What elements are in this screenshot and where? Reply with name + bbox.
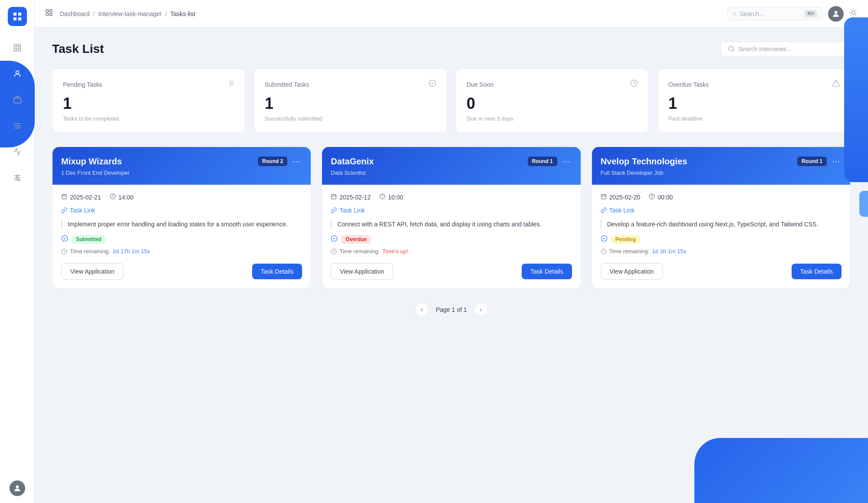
task-card-2-more-icon[interactable]: ⋯ (830, 156, 842, 167)
stat-card-submitted-header: Submitted Tasks (265, 79, 436, 89)
calendar-icon-1 (331, 193, 337, 201)
task-card-1-time-remaining-label: Time remaining: (339, 248, 380, 255)
task-card-0-status-row: Submitted (61, 235, 302, 244)
task-card-0-meta: 2025-02-21 14:00 (61, 193, 302, 201)
status-icon-1 (331, 235, 338, 244)
svg-rect-26 (50, 13, 52, 16)
sidebar-item-person[interactable] (10, 66, 25, 82)
stat-card-overdue-title: Overdue Tasks (668, 81, 709, 88)
task-card-0-top: Mixup Wizards Round 2 ⋯ (61, 156, 302, 167)
app-logo[interactable] (8, 7, 27, 26)
task-card-1-more-icon[interactable]: ⋯ (561, 156, 572, 167)
svg-rect-9 (13, 98, 21, 103)
breadcrumb-tasks-list: Tasks-list (171, 10, 196, 17)
page-search-input[interactable] (738, 46, 842, 52)
task-card-2: Nvelop Technologies Round 1 ⋯ Full Stack… (592, 147, 851, 289)
task-card-0-body: 2025-02-21 14:00 Task Link (53, 185, 311, 288)
breadcrumb-interview-task-manager[interactable]: Interview-task-manager (98, 10, 161, 17)
task-card-1-status-row: Overdue (331, 235, 572, 244)
page-header: Task List (52, 42, 851, 56)
svg-point-21 (18, 179, 19, 180)
stat-card-pending-value: 1 (63, 95, 234, 113)
status-badge-2: Pending (611, 235, 640, 244)
task-card-0-time-row: Time remaining: 2d 17h 1m 15s (61, 248, 302, 255)
svg-point-18 (16, 177, 17, 178)
stat-card-overdue-value: 1 (668, 95, 840, 113)
sidebar-item-dashboard[interactable] (10, 40, 25, 56)
stat-card-overdue-desc: Past deadline (668, 115, 840, 122)
topnav-search[interactable]: ⌘K (727, 7, 823, 20)
task-card-2-round: Round 1 (797, 157, 827, 166)
task-card-0-time: 14:00 (110, 193, 134, 201)
svg-line-37 (851, 15, 851, 15)
svg-line-28 (735, 14, 736, 15)
task-card-2-link-row: Task Link (601, 207, 842, 214)
topnav-right: ⌘K (727, 6, 858, 22)
next-page-button[interactable]: › (474, 303, 488, 317)
task-details-button-1[interactable]: Task Details (522, 264, 572, 279)
svg-point-29 (835, 11, 838, 14)
topnav-user-avatar[interactable] (828, 6, 844, 22)
task-card-1-top: DataGenix Round 1 ⋯ (331, 156, 572, 167)
stat-card-pending-icon (227, 79, 234, 89)
svg-point-30 (852, 11, 855, 14)
link-icon-2 (601, 207, 607, 213)
task-card-0-header: Mixup Wizards Round 2 ⋯ 1 Dec Front End … (53, 147, 311, 185)
svg-rect-51 (62, 194, 67, 199)
sidebar-user-avatar[interactable] (10, 480, 25, 496)
timer-icon-2 (601, 248, 607, 255)
task-details-button-0[interactable]: Task Details (252, 264, 302, 279)
sidebar-item-briefcase[interactable] (10, 92, 25, 108)
task-card-2-header: Nvelop Technologies Round 1 ⋯ Full Stack… (592, 147, 850, 185)
view-application-button-1[interactable]: View Application (331, 263, 393, 280)
calendar-icon-0 (61, 193, 67, 201)
main-content: Dashboard / Interview-task-manager / Tas… (35, 0, 868, 503)
stat-card-due-soon-header: Due Soon (467, 79, 638, 89)
task-card-0-task-link[interactable]: Task Link (61, 207, 302, 214)
link-icon-1 (331, 207, 337, 213)
stat-card-submitted: Submitted Tasks 1 Successfully submitted (254, 69, 447, 133)
task-card-1-time: 10:00 (379, 193, 403, 201)
task-details-button-2[interactable]: Task Details (792, 264, 842, 279)
theme-toggle-icon[interactable] (849, 8, 858, 19)
svg-rect-4 (14, 45, 16, 47)
task-card-1-task-link[interactable]: Task Link (331, 207, 572, 214)
pagination: ‹ Page 1 of 1 › (52, 303, 851, 317)
topnav-search-input[interactable] (740, 10, 801, 17)
task-card-2-link-label: Task Link (609, 207, 635, 214)
sidebar-item-tasks[interactable] (10, 118, 25, 134)
task-card-0-time-remaining-value: 2d 17h 1m 15s (113, 248, 150, 255)
view-application-button-0[interactable]: View Application (61, 263, 124, 280)
task-card-0-link-label: Task Link (70, 207, 95, 214)
task-card-2-task-link[interactable]: Task Link (601, 207, 842, 214)
svg-line-33 (851, 10, 851, 10)
prev-page-button[interactable]: ‹ (415, 303, 429, 317)
task-card-1-time-value: 10:00 (388, 194, 403, 201)
stat-card-due-soon-title: Due Soon (467, 81, 493, 88)
sidebar-item-analytics[interactable] (10, 144, 25, 160)
page-search-bar[interactable] (720, 42, 851, 56)
breadcrumb-sep-1: / (93, 10, 95, 17)
task-card-1-time-remaining-value: Time's up! (382, 248, 408, 255)
task-card-2-actions: View Application Task Details (601, 263, 842, 280)
breadcrumb-dashboard[interactable]: Dashboard (60, 10, 90, 17)
task-card-1-actions: View Application Task Details (331, 263, 572, 280)
sidebar-item-settings[interactable] (10, 170, 25, 186)
task-card-2-top-right: Round 1 ⋯ (797, 156, 842, 167)
stat-card-pending-desc: Tasks to be completed (63, 115, 234, 122)
task-card-1-meta: 2025-02-12 10:00 (331, 193, 572, 201)
stat-card-due-soon-icon (630, 79, 638, 89)
status-icon-0 (61, 235, 68, 244)
task-card-0: Mixup Wizards Round 2 ⋯ 1 Dec Front End … (52, 147, 311, 289)
svg-rect-5 (18, 45, 20, 47)
task-card-2-time-remaining-value: 1d 3h 1m 15s (652, 248, 686, 255)
svg-line-40 (733, 50, 734, 52)
task-card-0-more-icon[interactable]: ⋯ (291, 156, 302, 167)
stat-card-due-soon-desc: Due in next 3 days (467, 115, 638, 122)
view-application-button-2[interactable]: View Application (601, 263, 663, 280)
svg-point-15 (16, 175, 18, 176)
task-card-0-time-value: 14:00 (118, 194, 134, 201)
menu-toggle-icon[interactable] (45, 9, 53, 19)
svg-rect-25 (46, 13, 48, 16)
search-clear-badge[interactable]: ⌘K (804, 10, 817, 17)
